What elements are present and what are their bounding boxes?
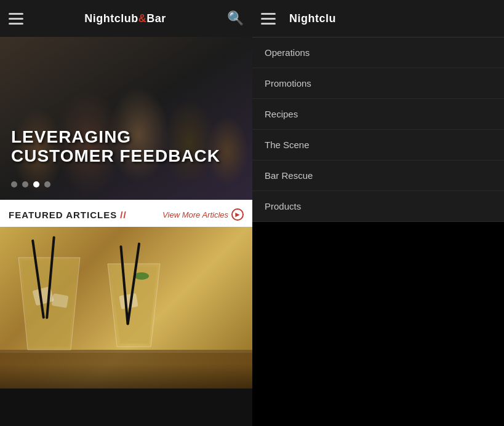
menu-item-bar-rescue[interactable]: Bar Rescue [252,160,504,191]
cocktail-svg [0,227,252,389]
dot-4[interactable] [44,181,50,187]
hero-title: LEVERAGING CUSTOMER FEEDBACK [11,128,220,166]
hero-dots [11,181,50,187]
menu-item-the-scene[interactable]: The Scene [252,130,504,160]
view-more-link[interactable]: View More Articles ► [162,208,244,221]
article-image [0,227,252,389]
hero-overlay [0,37,252,200]
dropdown-black-fill [252,222,504,426]
menu-item-products[interactable]: Products [252,191,504,222]
menu-item-recipes[interactable]: Recipes [252,99,504,130]
menu-item-operations[interactable]: Operations [252,37,504,68]
svg-rect-13 [0,350,252,353]
hero-banner: LEVERAGING CUSTOMER FEEDBACK [0,37,252,200]
svg-rect-0 [0,350,252,389]
featured-articles-header: FEATURED ARTICLES // View More Articles … [0,200,252,227]
dot-1[interactable] [11,181,17,187]
left-panel: Nightclub&Bar 🔍 LEVERAGING CUSTOMER FEED… [0,0,252,426]
right-panel: Nightclu Operations Promotions Recipes T… [252,0,504,426]
hamburger-button[interactable] [9,13,23,25]
logo: Nightclub&Bar [84,12,166,25]
svg-rect-4 [51,293,68,308]
menu-item-promotions[interactable]: Promotions [252,68,504,99]
right-header: Nightclu [252,0,504,37]
svg-point-10 [134,272,149,280]
dropdown-menu: Operations Promotions Recipes The Scene … [252,37,504,426]
left-header: Nightclub&Bar 🔍 [0,0,252,37]
view-more-arrow-icon: ► [231,208,244,221]
right-hamburger-button[interactable] [261,13,276,25]
dot-2[interactable] [22,181,28,187]
search-icon[interactable]: 🔍 [227,10,244,26]
right-logo: Nightclu [289,12,336,25]
dot-3[interactable] [33,181,39,187]
featured-title: FEATURED ARTICLES // [9,210,127,220]
